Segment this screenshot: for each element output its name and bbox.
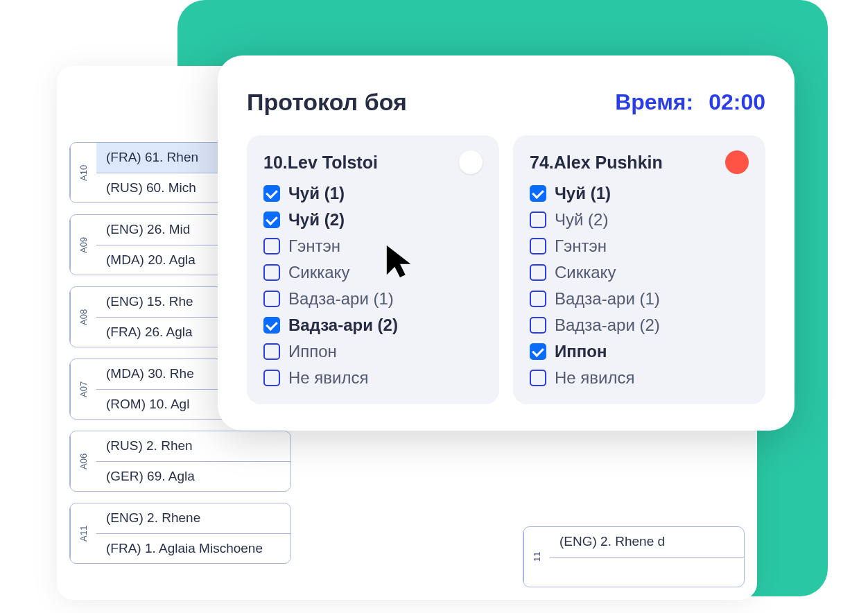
checkbox[interactable]	[530, 211, 546, 228]
bracket-tag: A09	[70, 215, 96, 275]
score-check-item[interactable]: Иппон	[530, 342, 749, 361]
check-label: Сиккаку	[288, 263, 349, 282]
score-check-item[interactable]: Сиккаку	[263, 263, 483, 282]
check-label: Вадза-ари (1)	[555, 289, 660, 309]
check-label: Вадза-ари (2)	[555, 316, 660, 335]
score-check-item[interactable]: Не явился	[530, 368, 749, 388]
checkbox[interactable]	[530, 370, 546, 386]
bracket-row[interactable]	[550, 558, 744, 587]
time-value: 02:00	[709, 89, 765, 115]
score-check-item[interactable]: Вадза-ари (2)	[263, 316, 483, 335]
checkbox[interactable]	[530, 317, 546, 334]
fighter-color-indicator	[725, 150, 749, 174]
bracket-item[interactable]: 11(ENG) 2. Rhene d	[523, 526, 745, 587]
checkbox[interactable]	[530, 291, 546, 307]
score-check-item[interactable]: Иппон	[263, 342, 483, 361]
score-check-item[interactable]: Чуй (1)	[263, 184, 483, 203]
modal-title: Протокол боя	[247, 89, 407, 116]
bracket-column-right: 11(ENG) 2. Rhene d	[523, 526, 745, 587]
bracket-rows: (RUS) 2. Rhen(GER) 69. Agla	[96, 431, 290, 491]
fighter-header: 10.Lev Tolstoi	[263, 150, 483, 174]
score-check-item[interactable]: Не явился	[263, 368, 483, 388]
checkbox[interactable]	[530, 238, 546, 254]
modal-time: Время: 02:00	[615, 89, 765, 115]
score-check-item[interactable]: Гэнтэн	[263, 236, 483, 256]
score-check-item[interactable]: Сиккаку	[530, 263, 749, 282]
check-label: Гэнтэн	[555, 236, 607, 256]
time-label: Время:	[615, 89, 693, 115]
checkbox[interactable]	[530, 264, 546, 281]
checkbox[interactable]	[263, 317, 280, 334]
check-label: Иппон	[555, 342, 607, 361]
check-label: Вадза-ари (2)	[288, 316, 398, 335]
check-label: Иппон	[288, 342, 337, 361]
score-checklist: Чуй (1)Чуй (2)ГэнтэнСиккакуВадза-ари (1)…	[530, 184, 749, 388]
score-check-item[interactable]: Вадза-ари (2)	[530, 316, 749, 335]
checkbox[interactable]	[263, 238, 280, 254]
bracket-tag: A07	[70, 359, 96, 419]
checkbox[interactable]	[263, 370, 280, 386]
checkbox[interactable]	[530, 185, 546, 202]
fighter-color-indicator	[459, 150, 483, 174]
bracket-row[interactable]: (ENG) 2. Rhene	[96, 503, 290, 534]
score-checklist: Чуй (1)Чуй (2)ГэнтэнСиккакуВадза-ари (1)…	[263, 184, 483, 388]
fighter-name: 10.Lev Tolstoi	[263, 153, 378, 173]
score-check-item[interactable]: Чуй (2)	[263, 210, 483, 230]
check-label: Чуй (2)	[555, 210, 608, 230]
bracket-row[interactable]: (RUS) 2. Rhen	[96, 431, 290, 462]
checkbox[interactable]	[530, 343, 546, 360]
score-check-item[interactable]: Вадза-ари (1)	[263, 289, 483, 309]
check-label: Не явился	[288, 368, 369, 388]
bracket-row[interactable]: (GER) 69. Agla	[96, 462, 290, 492]
score-check-item[interactable]: Вадза-ари (1)	[530, 289, 749, 309]
fighter-header: 74.Alex Pushkin	[530, 150, 749, 174]
checkbox[interactable]	[263, 185, 280, 202]
checkbox[interactable]	[263, 211, 280, 228]
check-label: Гэнтэн	[288, 236, 340, 256]
score-check-item[interactable]: Чуй (2)	[530, 210, 749, 230]
bracket-rows: (ENG) 2. Rhene(FRA) 1. Aglaia Mischoene	[96, 503, 290, 563]
fighter-cards: 10.Lev TolstoiЧуй (1)Чуй (2)ГэнтэнСиккак…	[247, 135, 765, 404]
checkbox[interactable]	[263, 264, 280, 281]
check-label: Не явился	[555, 368, 635, 388]
bracket-tag: A08	[70, 287, 96, 347]
check-label: Сиккаку	[555, 263, 616, 282]
fighter-card: 10.Lev TolstoiЧуй (1)Чуй (2)ГэнтэнСиккак…	[247, 135, 499, 404]
score-check-item[interactable]: Гэнтэн	[530, 236, 749, 256]
bracket-item[interactable]: A11(ENG) 2. Rhene(FRA) 1. Aglaia Mischoe…	[69, 503, 291, 564]
check-label: Чуй (1)	[288, 184, 345, 203]
check-label: Чуй (1)	[555, 184, 611, 203]
score-check-item[interactable]: Чуй (1)	[530, 184, 749, 203]
bracket-rows: (ENG) 2. Rhene d	[550, 527, 744, 587]
checkbox[interactable]	[263, 291, 280, 307]
check-label: Чуй (2)	[288, 210, 345, 230]
bracket-row[interactable]: (ENG) 2. Rhene d	[550, 527, 744, 558]
fighter-card: 74.Alex PushkinЧуй (1)Чуй (2)ГэнтэнСикка…	[513, 135, 765, 404]
bracket-tag: A10	[70, 143, 96, 202]
modal-header: Протокол боя Время: 02:00	[247, 89, 765, 116]
bracket-tag: A06	[70, 431, 96, 491]
fight-protocol-modal: Протокол боя Время: 02:00 10.Lev Tolstoi…	[218, 55, 795, 431]
fighter-name: 74.Alex Pushkin	[530, 153, 663, 173]
bracket-row[interactable]: (FRA) 1. Aglaia Mischoene	[96, 534, 290, 564]
bracket-item[interactable]: A06(RUS) 2. Rhen(GER) 69. Agla	[69, 431, 291, 492]
bracket-tag: A11	[70, 503, 96, 563]
check-label: Вадза-ари (1)	[288, 289, 394, 309]
checkbox[interactable]	[263, 343, 280, 360]
bracket-tag: 11	[523, 527, 550, 587]
